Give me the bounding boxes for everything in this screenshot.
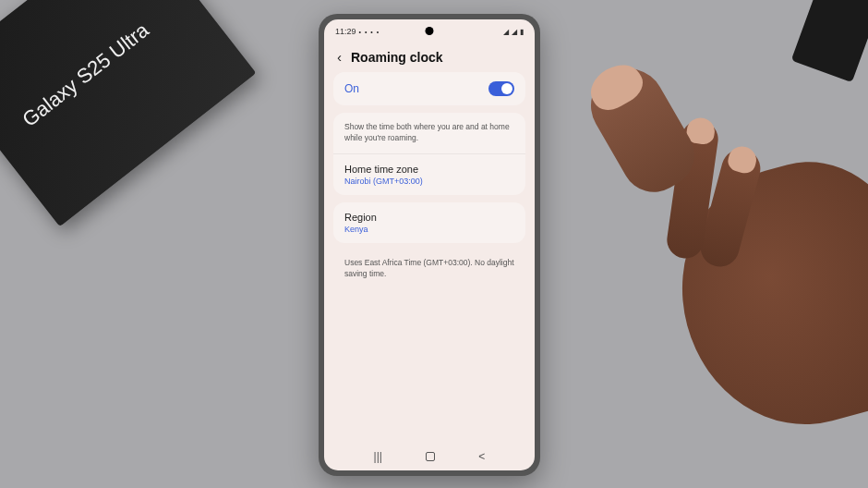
settings-card: Show the time both where you are and at …: [333, 113, 525, 195]
page-header: ‹ Roaming clock: [324, 40, 535, 72]
battery-icon: ▮: [520, 28, 524, 36]
home-button[interactable]: [426, 452, 435, 461]
recents-button[interactable]: |||: [374, 450, 382, 463]
phone-screen: 11:29 • • • • ◢ ◢ ▮ ‹ Roaming clock On: [324, 19, 535, 470]
region-row[interactable]: Region Kenya: [333, 202, 525, 243]
hand: [545, 37, 868, 481]
navigation-bar: ||| <: [324, 450, 535, 463]
signal-icon: ◢: [503, 28, 509, 36]
background-object: [791, 0, 868, 82]
camera-notch: [426, 27, 434, 35]
wifi-icon: ◢: [512, 28, 517, 36]
footer-note: Uses East Africa Time (GMT+03:00). No da…: [333, 250, 525, 287]
back-button[interactable]: <: [478, 450, 485, 463]
home-timezone-value: Nairobi (GMT+03:00): [344, 177, 514, 186]
phone-device: 11:29 • • • • ◢ ◢ ▮ ‹ Roaming clock On: [319, 14, 540, 476]
back-arrow-icon[interactable]: ‹: [337, 49, 342, 65]
toggle-row: On: [333, 72, 525, 105]
toggle-label: On: [344, 82, 359, 95]
description-text: Show the time both where you are and at …: [344, 122, 514, 144]
notification-dots: • • • •: [359, 29, 380, 35]
product-box: [0, 0, 257, 226]
status-right: ◢ ◢ ▮: [503, 28, 524, 36]
home-timezone-row[interactable]: Home time zone Nairobi (GMT+03:00): [333, 153, 525, 195]
status-left: 11:29 • • • •: [335, 27, 380, 36]
region-value: Kenya: [344, 225, 514, 234]
toggle-card: On: [333, 72, 525, 105]
description-row: Show the time both where you are and at …: [333, 113, 525, 153]
region-card: Region Kenya: [333, 202, 525, 243]
home-timezone-label: Home time zone: [344, 164, 514, 175]
roaming-clock-toggle[interactable]: [488, 81, 514, 96]
page-title: Roaming clock: [351, 50, 443, 65]
status-time: 11:29: [335, 27, 356, 36]
content-area: On Show the time both where you are and …: [324, 72, 535, 287]
region-label: Region: [344, 212, 514, 223]
